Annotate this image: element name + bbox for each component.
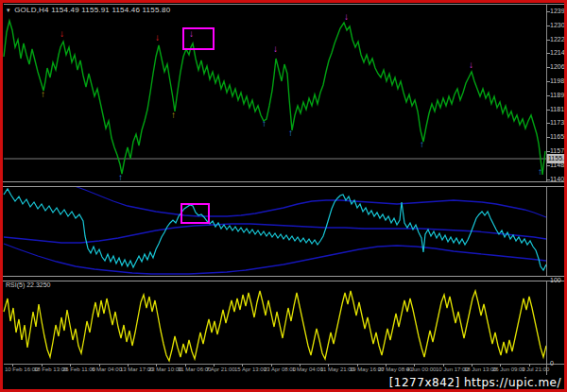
current-price-box: 1155.80 [547,154,567,163]
buy-signal-arrow-icon: ↑ [171,111,176,120]
chart-title: ▾ GOLD,H4 1154.49 1155.91 1154.46 1155.8… [7,6,170,14]
time-axis-label: 7 Apr 21:00 [206,366,235,372]
sell-signal-arrow-icon: ↓ [273,44,278,54]
time-axis-label: 26 Jun 09:00 [492,366,525,372]
watermark-caption: [1277x842] https://upic.me/ [0,376,561,389]
sell-signal-arrow-icon: ↓ [469,60,473,70]
time-axis-label: 3 Jul 21:00 [522,366,549,372]
buy-signal-arrow-icon: ↑ [538,167,542,177]
symbol-period-label: GOLD,H4 [14,6,49,14]
axis-tick-label: 1173.50 [550,119,567,127]
axis-tick-label: 1140.70 [550,176,567,183]
time-axis-label: 4 Jun 00:00 [406,366,436,372]
mt4-chart-window: ▾ GOLD,H4 1154.49 1155.91 1154.46 1155.8… [0,0,567,392]
axis-tick-label: 1198.10 [550,77,567,85]
signal-highlight-box [180,203,210,224]
axis-tick-label: 0 [550,360,554,367]
signal-highlight-box [182,27,215,50]
axis-tick-label: 100 [550,277,561,284]
axis-tick-label: 1222.70 [550,36,567,43]
rsi-5 [4,291,546,361]
axis-tick-label: 1230.90 [550,22,567,29]
axis-tick-label: 1165.30 [550,133,567,141]
buy-signal-arrow-icon: ↑ [41,90,45,99]
chart-top-frame-line [4,4,565,5]
bollinger-upper [72,185,546,217]
buy-signal-arrow-icon: ↑ [288,128,293,138]
panel-separator-1[interactable] [3,181,564,187]
time-axis-label: 26 Feb 11:00 [62,366,95,372]
ohlc-values: 1154.49 1155.91 1154.46 1155.80 [51,6,170,14]
buy-signal-arrow-icon: ↑ [420,140,424,149]
sell-signal-arrow-icon: ↓ [344,12,349,22]
sell-signal-arrow-icon: ↓ [189,29,194,39]
bollinger-lower [4,244,546,274]
time-axis-label: 6 Mar 04:00 [92,366,122,372]
chart-dropdown-icon[interactable]: ▾ [7,7,10,13]
rsi-indicator-label: RSI(5) 22.3250 [6,281,50,288]
chart-canvas [0,0,567,392]
axis-tick-label: 1239.10 [550,8,567,15]
time-axis-line [4,364,565,365]
sell-signal-arrow-icon: ↓ [60,29,64,39]
axis-tick-label: 1206.30 [550,63,567,71]
panel-separator-2[interactable] [3,276,564,281]
buy-signal-arrow-icon: ↑ [118,173,123,182]
time-axis-label: 1 May 04:00 [292,366,323,372]
axis-tick-label: 1181.70 [550,106,567,113]
axis-tick-label: 1214.50 [550,49,567,57]
time-axis-label: 15 Apr 13:00 [234,366,266,372]
sell-signal-arrow-icon: ↓ [155,33,160,43]
price-axis-line [546,4,547,375]
axis-tick-label: 1189.90 [550,92,567,99]
buy-signal-arrow-icon: ↑ [262,119,266,128]
time-axis-label: 23 Apr 08:00 [264,366,296,372]
